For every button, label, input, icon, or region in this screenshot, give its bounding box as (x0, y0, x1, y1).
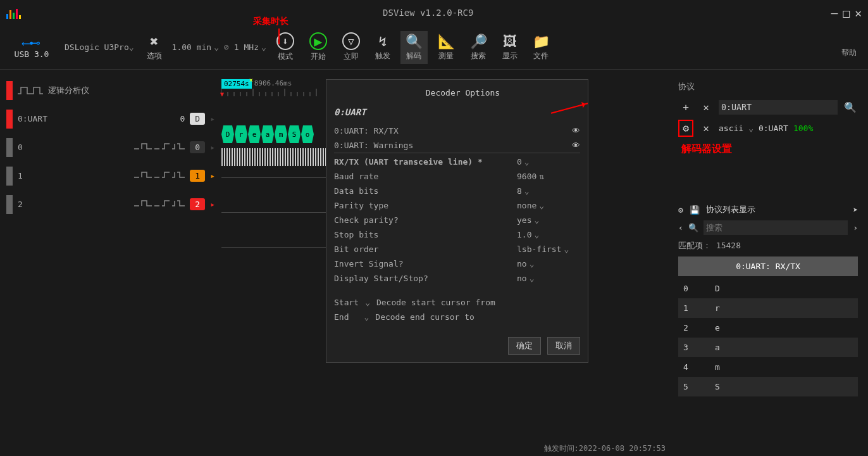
chevron-down-icon[interactable]: ⌄ (524, 157, 530, 167)
ok-button[interactable]: 确定 (508, 337, 541, 355)
decoder-options-panel: Decoder Options 0:UART 0:UART: RX/TX👁 0:… (326, 79, 588, 363)
option-value[interactable]: 0 (517, 157, 522, 167)
trigger-button[interactable]: ↯触发 (370, 31, 395, 64)
option-label: Baud rate (334, 172, 378, 181)
decoder-name-label: 0:UART (759, 124, 788, 133)
file-button[interactable]: 📁文件 (528, 31, 555, 64)
cancel-button[interactable]: 取消 (547, 337, 580, 355)
edge-pattern-icon (134, 198, 185, 211)
cursor-time-badge[interactable]: 02754s× (221, 79, 252, 89)
time-ruler (221, 89, 323, 98)
option-label: Invert Signal? (334, 259, 404, 269)
result-value: S (715, 382, 720, 391)
format-select[interactable]: ascii (719, 124, 743, 133)
chevron-down-icon[interactable]: ⌄ (530, 274, 535, 283)
save-icon[interactable]: 💾 (690, 205, 700, 215)
start-button[interactable]: ▶开始 (304, 30, 332, 65)
eye-icon[interactable]: 👁 (572, 141, 580, 150)
option-value[interactable]: 8 (517, 186, 522, 196)
channel-2[interactable]: 2 2 ▸ (0, 190, 221, 218)
option-value[interactable]: lsb-first (517, 244, 561, 254)
stepper-icon[interactable]: ⇅ (539, 172, 544, 181)
result-row[interactable]: 4m (678, 357, 858, 377)
prev-button[interactable]: ‹ (678, 223, 683, 232)
device-selector[interactable]: DSLogic U3Pro ⌄ (62, 41, 137, 53)
channel-number-badge: 0 (190, 141, 205, 153)
option-value[interactable]: no (517, 259, 527, 269)
chevron-down-icon[interactable]: ⌄ (365, 298, 370, 307)
chevron-down-icon[interactable]: ⌄ (534, 230, 539, 239)
eye-icon[interactable]: 👁 (572, 126, 580, 136)
square-wave-icon (18, 84, 43, 97)
chevron-down-icon[interactable]: ⌄ (748, 124, 753, 133)
channel-color-indicator (6, 81, 13, 100)
option-label: Parity type (334, 201, 388, 210)
result-row[interactable]: 3a (678, 338, 858, 357)
close-button[interactable]: ✕ (855, 6, 862, 20)
chevron-down-icon[interactable]: ⌄ (534, 215, 539, 225)
channel-0[interactable]: 0 0 ▸ (0, 133, 221, 162)
result-row[interactable]: 2e (678, 318, 858, 338)
chevron-down-icon[interactable]: ⌄ (564, 244, 569, 254)
option-value[interactable]: yes (517, 215, 531, 225)
add-protocol-button[interactable]: + (678, 101, 693, 113)
results-search-input[interactable] (704, 220, 848, 235)
help-logo-icon (846, 36, 852, 46)
next-button[interactable]: › (853, 223, 858, 232)
chevron-down-icon[interactable]: ⌄ (364, 312, 369, 322)
waveform-area[interactable]: 02754s× 8906.46ms ▼ D r e a m S o (221, 79, 326, 260)
chevron-down-icon[interactable]: ⌄ (524, 186, 530, 196)
result-row[interactable]: 0D (678, 279, 858, 298)
decoded-char: r (235, 125, 247, 143)
option-label: Bit order (334, 244, 378, 254)
results-column-header[interactable]: 0:UART: RX/TX (678, 256, 858, 276)
maximize-button[interactable]: □ (843, 6, 850, 20)
channel-color-indicator (6, 138, 13, 157)
chevron-down-icon[interactable]: ⌄ (530, 259, 535, 269)
help-button[interactable]: 帮助 (836, 34, 862, 61)
channel-uart[interactable]: 0:UART 0 D ▸ (0, 104, 221, 133)
frequency-selector[interactable]: 1 MHz ⌄ (234, 42, 266, 52)
close-icon[interactable]: × (249, 77, 253, 84)
remove-decoder-button[interactable]: ✕ (698, 122, 714, 134)
protocol-search-input[interactable] (719, 100, 838, 115)
option-value[interactable]: no (517, 274, 527, 283)
remove-protocol-button[interactable]: ✕ (698, 101, 714, 113)
duration-selector[interactable]: 1.00 min ⌄ (172, 42, 219, 52)
instant-button[interactable]: ▽立即 (337, 30, 365, 65)
search-icon[interactable]: 🔍 (843, 101, 858, 113)
result-row[interactable]: 1r (678, 298, 858, 318)
measure-button[interactable]: 📐测量 (433, 31, 460, 64)
gear-icon[interactable]: ⚙ (678, 205, 683, 215)
folder-icon: 📁 (533, 34, 550, 49)
annotation-capture-duration: 采集时长 (253, 16, 288, 27)
channel-label: 2 (18, 200, 129, 209)
result-row[interactable]: 5S (678, 377, 858, 396)
option-value[interactable]: none (517, 201, 536, 210)
send-icon[interactable]: ➤ (853, 205, 858, 215)
channel-number-badge: 2 (190, 198, 205, 210)
usb-label: USB 3.0 (15, 49, 49, 59)
result-value: e (715, 323, 720, 332)
cursor-start-select[interactable]: Start (334, 298, 359, 307)
channel-color-indicator (6, 195, 13, 214)
search-button[interactable]: 🔎搜索 (465, 31, 492, 64)
usb-icon: ⟵⊷ (23, 36, 41, 49)
channel-1[interactable]: 1 1 ▸ (0, 162, 221, 190)
toolbar: ⟵⊷ USB 3.0 DSLogic U3Pro ⌄ ✖选项 1.00 min … (0, 25, 868, 70)
minimize-button[interactable]: — (831, 6, 838, 20)
channel-number-badge: 1 (190, 170, 205, 182)
chevron-right-icon: ▸ (210, 114, 215, 124)
mode-button[interactable]: ⬇模式 (271, 30, 299, 65)
decoder-settings-button[interactable]: ⚙ (678, 120, 693, 137)
decoded-char: e (248, 125, 261, 143)
decode-button[interactable]: 🔍解码 (400, 31, 428, 64)
channel-header[interactable]: 逻辑分析仪 (0, 76, 221, 104)
options-button[interactable]: ✖选项 (142, 31, 167, 64)
option-value[interactable]: 1.0 (517, 230, 531, 239)
display-button[interactable]: 🖼显示 (497, 31, 523, 64)
cursor-end-select[interactable]: End (334, 312, 349, 322)
chevron-down-icon[interactable]: ⌄ (539, 201, 544, 210)
option-value[interactable]: 9600 (517, 172, 536, 181)
compass-icon: 📐 (438, 34, 455, 49)
